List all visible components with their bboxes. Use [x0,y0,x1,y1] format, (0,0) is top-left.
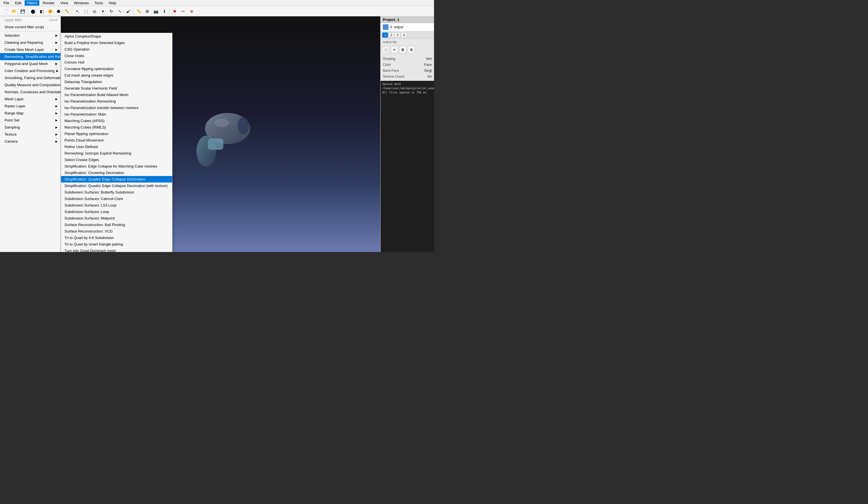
cut-button[interactable]: ✂ [179,7,187,15]
submenu-surface-ball[interactable]: Surface Reconstruction: Ball Pivoting [61,221,172,228]
submenu-tri-quad-48[interactable]: Tri to Quad by 4-8 Subdivision [61,234,172,241]
view-side-button[interactable]: ◧ [38,7,45,15]
trash-icon-btn[interactable]: 🗑 [399,46,406,53]
texture-value: On [427,75,432,78]
submenu-subdiv-butterfly[interactable]: Subdivision Surfaces: Butterfly Subdivis… [61,189,172,196]
select-rect-button[interactable]: ⬚ [82,7,90,15]
main-area: Apply filter Ctrl+P Show current filter … [0,17,434,252]
measure-button[interactable]: 📏 [135,7,143,15]
submenu-quad-dominant[interactable]: Turn into Quad-Dominant mesh [61,248,172,252]
submenu-csg[interactable]: CSG Operation [61,46,172,53]
new-button[interactable]: 📄 [2,7,10,15]
submenu-subdiv-midpoint[interactable]: Subdivision Surfaces: Midpoint [61,215,172,221]
submenu-subdiv-catmull[interactable]: Subdivision Surfaces: Catmull-Clark [61,196,172,202]
scale-button[interactable]: ⤡ [116,7,124,15]
submenu-select-crease[interactable]: Select Crease Edges [61,157,172,163]
submenu-remeshing-isotropic[interactable]: Remeshing: Isotropic Explicit Remeshing [61,150,172,157]
submenu-cut-mesh[interactable]: Cut mesh along crease edges [61,72,172,78]
menu-edit[interactable]: Edit [13,0,23,6]
submenu-scalar-harmonic[interactable]: Generate Scalar Harmonic Field [61,85,172,92]
color-row: Color Face [383,62,432,68]
delete-button[interactable]: ✖ [171,7,179,15]
view-front-button[interactable]: ⬤ [29,7,37,15]
close-button[interactable]: ⊗ [188,7,196,15]
color-value: Face [424,63,432,67]
save-button[interactable]: 💾 [19,7,27,15]
menu-point-set[interactable]: Point Set ▶ [0,117,61,124]
submenu-planar-flip[interactable]: Planar flipping optimization [61,130,172,137]
menu-mesh-layer[interactable]: Mesh Layer ▶ [0,95,61,103]
menu-texture[interactable]: Texture ▶ [0,131,61,138]
layers-icon-btn[interactable]: ⊞ [408,46,415,53]
submenu-simp-edge-marching[interactable]: Simplification: Edge Collapse for Marchi… [61,163,172,169]
tab-2[interactable]: 2 [389,32,394,38]
submenu-subdiv-ls3[interactable]: Subdivision Surfaces: LS3 Loop [61,202,172,209]
edit-icon-btn[interactable]: ✏ [391,46,398,53]
menu-color[interactable]: Color Creation and Processing ▶ [0,67,61,74]
submenu-simp-clustering[interactable]: Simplification: Clustering Decimation [61,169,172,176]
menu-sampling[interactable]: Sampling ▶ [0,124,61,131]
submenu-simp-quadric-texture[interactable]: Simplification: Quadric Edge Collapse De… [61,182,172,189]
align-button[interactable]: ⊞ [143,7,151,15]
menu-range-map[interactable]: Range Map ▶ [0,109,61,117]
paint-button[interactable]: 🖌 [124,7,132,15]
menu-quality[interactable]: Quality Measure and Computations ▶ [0,81,61,88]
view-top-button[interactable]: ⬟ [54,7,62,15]
submenu-refine-user[interactable]: Refine User-Defined [61,144,172,150]
submenu-delaunay[interactable]: Delaunay Triangulation [61,78,172,85]
submenu-close-holes[interactable]: Close Holes [61,53,172,59]
submenu-curvature-flip[interactable]: Curvature flipping optimization [61,65,172,72]
menu-view[interactable]: View [58,0,70,6]
texture-label: Texture Coord [383,75,404,78]
rotate-button[interactable]: ↻ [107,7,115,15]
tab-1[interactable]: 1 [382,32,388,38]
submenu-points-cloud[interactable]: Points Cloud Movement [61,137,172,144]
submenu-simp-quadric[interactable]: Simplification: Quadric Edge Collapse De… [61,176,172,182]
menu-selection[interactable]: Selection ▶ [0,32,61,39]
menu-render[interactable]: Render [40,0,57,6]
submenu-alpha-complex[interactable]: Alpha Complex/Shape [61,33,172,40]
submenu-iso-transfer[interactable]: Iso Parametrization transfer between mes… [61,105,172,111]
submenu-surface-vcg[interactable]: Surface Reconstruction: VCG [61,228,172,234]
menu-file[interactable]: File [1,0,12,6]
svg-point-4 [215,119,229,127]
camera-button[interactable]: 📷 [152,7,160,15]
arrow-icon: ▶ [55,97,58,101]
menu-normals[interactable]: Normals, Curvatures and Orientation ▶ [0,88,61,95]
submenu-tri-quad-smart[interactable]: Tri to Quad by smart triangle pairing [61,241,172,248]
3d-model [175,95,266,174]
menu-new-mesh[interactable]: Create New Mesh Layer ▶ [0,46,61,53]
select-circle-button[interactable]: ◎ [91,7,99,15]
transform-button[interactable]: ✦ [99,7,107,15]
info-button[interactable]: ℹ [160,7,168,15]
menu-filters[interactable]: Filters [24,0,39,6]
submenu-convex-hull[interactable]: Convex Hull [61,59,172,65]
show-filter-script-item[interactable]: Show current filter script [0,23,61,31]
select-tool-button[interactable]: ↖ [73,7,81,15]
edit-select-button[interactable]: ✏️ [63,7,71,15]
submenu-build-polyline[interactable]: Build a Polyline from Selected Edges [61,40,172,46]
menu-remeshing[interactable]: Remeshing, Simplification and Reconstruc… [0,53,61,60]
properties-section: Shading Vert Color Face Back-Face Singl … [381,55,434,81]
menu-raster-layer[interactable]: Raster Layer ▶ [0,103,61,109]
submenu-iso-main[interactable]: Iso Parametrization: Main [61,111,172,117]
menu-smoothing[interactable]: Smoothing, Fairing and Deformation ▶ [0,74,61,81]
submenu-marching-rimls[interactable]: Marching Cubes (RIMLS) [61,124,172,130]
submenu-marching-apss[interactable]: Marching Cubes (APSS) [61,117,172,124]
mesh-icon-btn[interactable]: ⬜ [382,46,390,53]
apply-filter-item[interactable]: Apply filter Ctrl+P [0,17,61,23]
menu-tools[interactable]: Tools [92,0,105,6]
tab-3[interactable]: 3 [395,32,400,38]
submenu-subdiv-loop[interactable]: Subdivision Surfaces: Loop [61,209,172,215]
view-tool-button[interactable]: 🔶 [46,7,54,15]
menu-polygonal[interactable]: Polygonal and Quad Mesh ▶ [0,60,61,67]
tab-4[interactable]: 4 [401,32,406,38]
menu-help[interactable]: Help [106,0,118,6]
menu-camera[interactable]: Camera ▶ [0,138,61,145]
submenu-iso-atlased[interactable]: Iso Parametrization Build Atlased Mesh [61,92,172,98]
submenu-iso-remeshing[interactable]: Iso Parametrization Remeshing [61,98,172,105]
menu-windows[interactable]: Windows [72,0,91,6]
menu-cleaning[interactable]: Cleaning and Repairing ▶ [0,39,61,46]
open-button[interactable]: 📂 [10,7,18,15]
filters-dropdown: Apply filter Ctrl+P Show current filter … [0,17,61,252]
